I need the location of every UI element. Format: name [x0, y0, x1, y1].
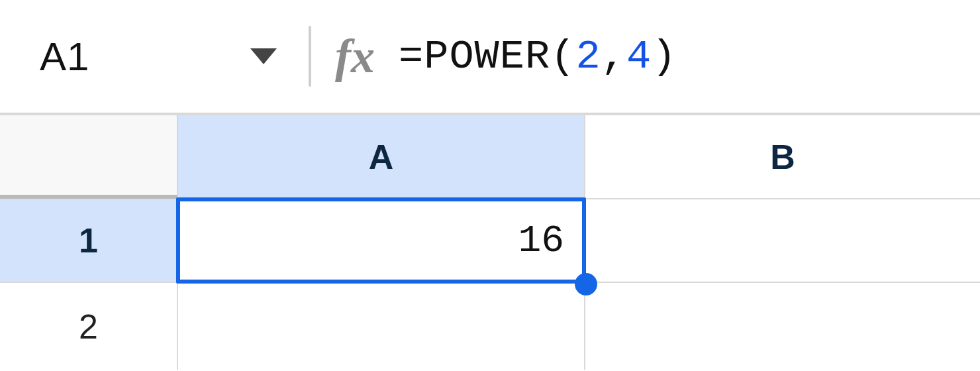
name-box[interactable]: A1	[40, 0, 285, 113]
select-all-corner[interactable]	[0, 113, 177, 199]
fx-icon[interactable]: fx	[335, 29, 375, 84]
grid-row-2: 2	[0, 282, 980, 370]
cell-a1[interactable]: 16	[177, 199, 585, 282]
formula-suffix: )	[652, 33, 677, 80]
name-box-value: A1	[40, 34, 89, 80]
formula-sep: ,	[601, 33, 626, 80]
chevron-down-icon[interactable]	[249, 47, 278, 66]
row-header-1[interactable]: 1	[0, 199, 177, 282]
column-header-label: B	[770, 137, 795, 177]
column-header-row: A B	[0, 113, 980, 199]
column-header-b[interactable]: B	[585, 113, 980, 199]
selection-fill-handle[interactable]	[575, 273, 597, 295]
row-header-2[interactable]: 2	[0, 282, 177, 370]
svg-marker-0	[250, 48, 277, 64]
column-header-a[interactable]: A	[177, 113, 585, 199]
row-header-label: 1	[79, 221, 98, 260]
spreadsheet-grid: A B 1 16 2	[0, 113, 980, 370]
cell-b2[interactable]	[585, 282, 980, 370]
cell-b1[interactable]	[585, 199, 980, 282]
formula-bar: A1 fx =POWER(2,4)	[0, 0, 980, 113]
cell-a2[interactable]	[177, 282, 585, 370]
cell-value: 16	[518, 219, 564, 262]
column-header-label: A	[369, 137, 394, 177]
row-header-label: 2	[79, 307, 98, 346]
grid-row-1: 1 16	[0, 199, 980, 282]
formula-arg1: 2	[575, 33, 601, 80]
vertical-divider	[309, 26, 311, 87]
formula-prefix: =POWER(	[399, 33, 575, 80]
formula-arg2: 4	[626, 33, 652, 80]
formula-input[interactable]: =POWER(2,4)	[399, 33, 677, 80]
